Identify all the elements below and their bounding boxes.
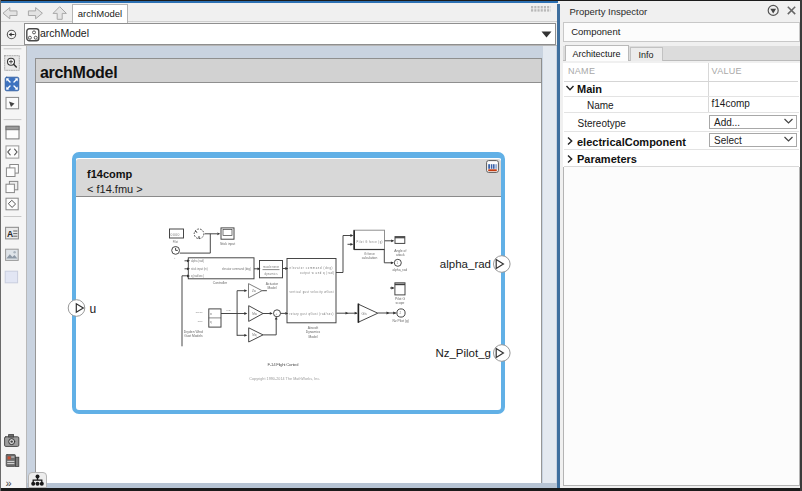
svg-text:Controller: Controller [213, 281, 228, 285]
svg-text:G/s: G/s [362, 312, 368, 316]
svg-text:0000: 0000 [171, 233, 180, 237]
svg-text:Nz Pilot (g): Nz Pilot (g) [393, 319, 409, 323]
svg-text:Aircraft: Aircraft [308, 326, 319, 330]
svg-text:q (rad/sec): q (rad/sec) [191, 274, 204, 278]
svg-text:alpha (rad): alpha (rad) [191, 259, 204, 263]
svg-text:alpha_rad: alpha_rad [392, 268, 407, 272]
svg-text:Dryden Wind: Dryden Wind [184, 330, 203, 334]
svg-text:attack: attack [396, 253, 405, 257]
svg-text:w(3): w(3) [198, 320, 203, 323]
svg-text:Stick input: Stick input [220, 242, 235, 246]
svg-text:elevator command (deg): elevator command (deg) [290, 266, 333, 270]
svg-text:Gust Models: Gust Models [184, 334, 203, 338]
svg-text:output w and q (rad): output w and q (rad) [300, 271, 334, 275]
svg-text:vertical gust velocity wGust: vertical gust velocity wGust [290, 290, 334, 294]
svg-text:muscle nerve: muscle nerve [263, 265, 280, 269]
svg-text:F-14 Flight Control: F-14 Flight Control [268, 362, 299, 367]
svg-text:dynamics: dynamics [265, 272, 279, 276]
svg-text:w: w [210, 313, 212, 316]
svg-text:Mw: Mw [252, 312, 257, 316]
svg-text:elevator command (deg): elevator command (deg) [222, 267, 251, 271]
svg-text:Pilot: Pilot [173, 240, 178, 244]
svg-text:rotary gust qGust (rad/sec): rotary gust qGust (rad/sec) [290, 312, 334, 316]
svg-text:Copyright 1990-2014 The MathWo: Copyright 1990-2014 The MathWorks, Inc. [249, 377, 320, 381]
svg-text:Pilot G force (g): Pilot G force (g) [357, 240, 383, 244]
svg-text:stick input (in): stick input (in) [191, 267, 208, 271]
svg-text:w(1:2): w(1:2) [196, 311, 203, 314]
svg-text:»: » [6, 477, 12, 488]
svg-text:scope: scope [396, 301, 405, 305]
svg-text:Model: Model [268, 286, 277, 290]
svg-text:A: A [7, 229, 13, 239]
svg-text:Model: Model [309, 335, 318, 339]
svg-text:Mq: Mq [252, 333, 256, 337]
svg-text:u(1): u(1) [227, 309, 232, 312]
svg-text:t: t [175, 257, 176, 260]
svg-text:calculation: calculation [362, 256, 378, 260]
svg-text:+: + [276, 312, 278, 316]
svg-text:Dynamics: Dynamics [306, 330, 321, 334]
